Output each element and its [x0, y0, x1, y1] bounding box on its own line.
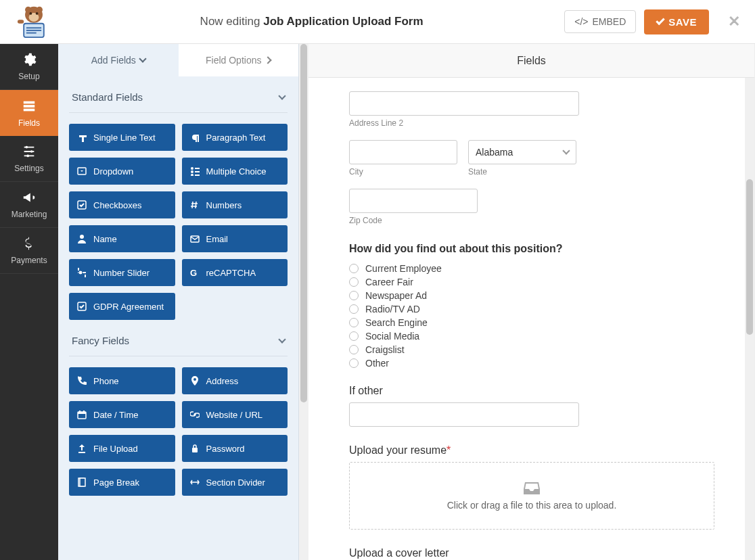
lock-icon — [190, 444, 200, 453]
field-type-gdpr-agreement[interactable]: GDPR Agreement — [69, 293, 175, 320]
radio-label: Craigslist — [365, 344, 405, 355]
radio-option[interactable]: Career Fair — [349, 275, 714, 289]
save-button[interactable]: SAVE — [644, 9, 709, 34]
field-type-date-time[interactable]: Date / Time — [69, 401, 175, 428]
zip-sublabel: Zip Code — [349, 216, 714, 225]
dollar-icon — [22, 236, 37, 253]
g-icon: G — [190, 268, 200, 277]
svg-rect-20 — [195, 168, 200, 169]
field-type-numbers[interactable]: Numbers — [182, 191, 288, 218]
sidebar-item-fields[interactable]: Fields — [0, 90, 58, 136]
field-label: Dropdown — [93, 166, 133, 177]
radio-label: Search Engine — [365, 317, 428, 328]
svg-rect-12 — [24, 105, 35, 108]
field-grid: PhoneAddressDate / TimeWebsite / URLFile… — [69, 367, 288, 496]
field-type-password[interactable]: Password — [182, 435, 288, 462]
svg-rect-22 — [195, 171, 200, 172]
sidebar-item-marketing[interactable]: Marketing — [0, 182, 58, 228]
checkbox-icon — [77, 302, 87, 311]
address-line2-input[interactable] — [349, 91, 579, 116]
radio-option[interactable]: Search Engine — [349, 316, 714, 329]
tab-add-fields[interactable]: Add Fields — [58, 44, 179, 76]
sidebar-item-settings[interactable]: Settings — [0, 136, 58, 182]
field-type-number-slider[interactable]: Number Slider — [69, 259, 175, 286]
list-icon — [190, 166, 200, 176]
pin-icon — [190, 376, 200, 386]
upload-resume-dropzone[interactable]: Click or drag a file to this area to upl… — [349, 462, 714, 530]
panel-scrollbar[interactable] — [299, 44, 308, 560]
caret-icon — [77, 166, 87, 176]
save-label: SAVE — [668, 16, 697, 28]
phone-icon — [77, 376, 87, 386]
field-label: Password — [206, 444, 245, 454]
tab-label: Add Fields — [91, 55, 136, 66]
topbar-actions: </> EMBED SAVE ✕ — [564, 9, 747, 34]
field-type-multiple-choice[interactable]: Multiple Choice — [182, 158, 288, 185]
radio-option[interactable]: Newspaper Ad — [349, 289, 714, 302]
panel-body: Standard FieldsSingle Line TextParagraph… — [58, 76, 298, 507]
field-label: Website / URL — [206, 410, 263, 420]
field-label: Section Divider — [206, 477, 265, 488]
field-label: Address — [206, 376, 239, 386]
radio-option[interactable]: Craigslist — [349, 343, 714, 356]
panel-tabs: Add Fields Field Options — [58, 44, 298, 76]
svg-point-26 — [80, 235, 84, 239]
field-type-phone[interactable]: Phone — [69, 367, 175, 394]
chevron-down-icon — [278, 335, 285, 343]
field-type-address[interactable]: Address — [182, 367, 288, 394]
zip-input[interactable] — [349, 189, 478, 213]
sidebar-item-setup[interactable]: Setup — [0, 44, 58, 90]
field-type-paragraph-text[interactable]: Paragraph Text — [182, 124, 288, 151]
section-header[interactable]: Fancy Fields — [69, 320, 288, 356]
radio-label: Radio/TV AD — [365, 304, 420, 314]
field-type-website-url[interactable]: Website / URL — [182, 401, 288, 428]
dropzone-text: Click or drag a file to this area to upl… — [447, 500, 617, 511]
field-label: Date / Time — [93, 410, 138, 420]
radio-option[interactable]: Other — [349, 356, 714, 370]
app-logo — [8, 0, 59, 44]
ifother-label: If other — [349, 385, 714, 397]
radio-option[interactable]: Social Media — [349, 329, 714, 343]
ifother-input[interactable] — [349, 402, 579, 427]
link-icon — [190, 410, 200, 419]
field-type-file-upload[interactable]: File Upload — [69, 435, 175, 462]
field-type-recaptcha[interactable]: GreCAPTCHA — [182, 259, 288, 286]
bullhorn-icon — [22, 190, 37, 207]
chevron-right-icon — [265, 56, 272, 64]
field-type-section-divider[interactable]: Section Divider — [182, 469, 288, 496]
field-type-single-line-text[interactable]: Single Line Text — [69, 124, 175, 151]
field-label: Number Slider — [93, 268, 150, 278]
check-icon — [656, 16, 665, 24]
field-type-checkboxes[interactable]: Checkboxes — [69, 191, 175, 218]
embed-button[interactable]: </> EMBED — [564, 10, 636, 33]
scrollbar-thumb[interactable] — [300, 44, 307, 402]
state-sublabel: State — [468, 167, 576, 177]
svg-point-1 — [25, 7, 31, 13]
gear-icon — [22, 52, 37, 69]
sidebar-item-payments[interactable]: Payments — [0, 228, 58, 274]
close-icon[interactable]: ✕ — [717, 13, 747, 30]
scrollbar-thumb[interactable] — [746, 179, 753, 335]
field-type-page-break[interactable]: Page Break — [69, 469, 175, 496]
fields-panel: Add Fields Field Options Standard Fields… — [58, 44, 299, 560]
radio-icon — [349, 331, 359, 341]
field-label: Email — [206, 234, 229, 244]
svg-point-5 — [35, 12, 38, 15]
field-label: GDPR Agreement — [93, 302, 164, 312]
section-header[interactable]: Standard Fields — [69, 76, 288, 113]
radio-option[interactable]: Current Employee — [349, 262, 714, 275]
field-type-dropdown[interactable]: Dropdown — [69, 158, 175, 185]
radio-label: Career Fair — [365, 277, 413, 287]
calendar-icon — [77, 410, 87, 419]
radio-group: Current EmployeeCareer FairNewspaper AdR… — [349, 262, 714, 370]
field-label: Name — [93, 234, 117, 244]
preview-scrollbar[interactable] — [745, 78, 754, 560]
city-input[interactable] — [349, 140, 457, 164]
state-select[interactable]: Alabama — [468, 140, 576, 164]
field-type-email[interactable]: Email — [182, 225, 288, 252]
svg-point-21 — [191, 170, 193, 173]
tab-field-options[interactable]: Field Options — [179, 44, 299, 76]
field-type-name[interactable]: Name — [69, 225, 175, 252]
chevron-down-icon — [562, 147, 570, 154]
radio-option[interactable]: Radio/TV AD — [349, 302, 714, 316]
